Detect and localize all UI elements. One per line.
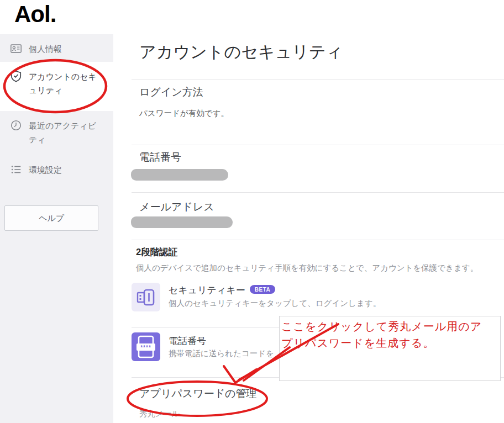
two-step-description: 個人のデバイスで追加のセキュリティ手順を有効にすることで、アカウントを保護できま…: [136, 263, 478, 273]
two-step-heading: 2段階認証: [136, 246, 177, 258]
sidebar-item-preferences[interactable]: 環境設定: [0, 155, 113, 182]
sidebar-item-label: 最近のアクティビティ: [29, 119, 103, 146]
help-button[interactable]: ヘルプ: [4, 205, 98, 231]
shield-check-icon: [10, 70, 22, 82]
phone-passcode-icon: ****: [132, 332, 160, 361]
phone-number-heading: 電話番号: [139, 150, 181, 165]
svg-text:****: ****: [140, 345, 151, 351]
sidebar-item-recent-activity[interactable]: 最近のアクティビティ: [0, 111, 113, 155]
annotation-note-box: ここをクリックして秀丸メール用のア プリパスワードを生成する。: [279, 316, 501, 381]
phone-method-description: 携帯電話に送られたコードを: [169, 348, 274, 359]
section-divider: [132, 192, 504, 193]
security-key-title: セキュリティキーBETA: [169, 284, 275, 297]
section-divider: [132, 240, 504, 240]
security-key-description: 個人のセキュリティキーをタップして、ログインします。: [169, 298, 381, 309]
sidebar-item-label: 環境設定: [29, 163, 103, 177]
annotation-note-line1: ここをクリックして秀丸メール用のア: [281, 318, 500, 335]
sidebar-item-account-security[interactable]: アカウントのセキュリティ: [0, 62, 113, 111]
aol-logo: Aol.: [14, 1, 56, 28]
email-address-heading: メールアドレス: [139, 200, 214, 214]
login-method-heading: ログイン方法: [139, 85, 203, 99]
section-divider: [132, 80, 504, 80]
page-title: アカウントのセキュリティ: [139, 41, 343, 64]
app-password-list-item: 秀丸メール: [139, 409, 180, 419]
account-security-page: Aol. 個人情報 アカウントのセキュリティ 最近: [0, 0, 504, 423]
preferences-list-icon: [10, 163, 22, 176]
password-status-text: パスワードが有効です。: [139, 108, 229, 119]
sidebar-item-label: アカウントのセキュリティ: [29, 70, 103, 97]
sidebar-item-personal-info[interactable]: 個人情報: [0, 34, 113, 62]
clock-icon: [10, 119, 22, 131]
sidebar-item-label: 個人情報: [29, 42, 103, 56]
phone-method-row[interactable]: ****: [132, 332, 160, 361]
sidebar: 個人情報 アカウントのセキュリティ 最近のアクティビティ 環境設定: [0, 34, 113, 423]
contact-card-icon: [10, 43, 22, 55]
beta-badge: BETA: [250, 285, 275, 294]
section-divider: [132, 145, 504, 145]
phone-method-card-border: [132, 327, 280, 327]
redacted-email-address: [131, 216, 233, 228]
annotation-note-line2: プリパスワードを生成する。: [281, 335, 500, 351]
security-key-method-row[interactable]: [132, 283, 160, 311]
phone-method-title: 電話番号: [169, 335, 206, 347]
app-passwords-heading[interactable]: アプリパスワードの管理: [139, 387, 257, 401]
security-key-icon: [132, 283, 160, 311]
redacted-phone-number: [131, 169, 228, 181]
security-key-title-text: セキュリティキー: [169, 285, 245, 295]
